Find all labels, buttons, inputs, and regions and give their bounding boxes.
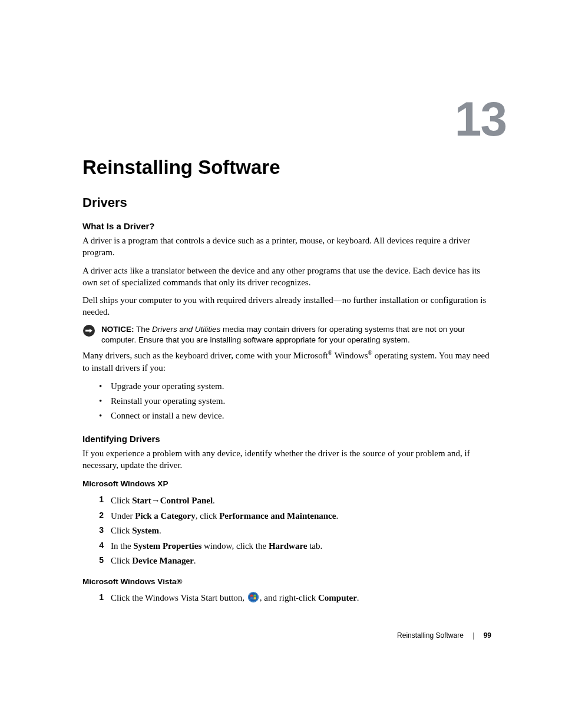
svg-rect-1 bbox=[85, 330, 90, 331]
vista-start-button-icon bbox=[248, 592, 259, 602]
footer-separator: | bbox=[472, 631, 474, 640]
heading-windows-xp: Microsoft Windows XP bbox=[82, 479, 491, 488]
paragraph: Dell ships your computer to you with req… bbox=[82, 294, 491, 318]
document-page: 13 Reinstalling Software Drivers What Is… bbox=[0, 0, 562, 728]
notice-label: NOTICE: bbox=[101, 325, 134, 334]
paragraph: Many drivers, such as the keyboard drive… bbox=[82, 350, 491, 374]
step-item: Click Device Manager. bbox=[82, 554, 491, 569]
step-item: Click Start→Control Panel. bbox=[82, 493, 491, 509]
list-item: Upgrade your operating system. bbox=[82, 380, 491, 393]
steps-vista: Click the Windows Vista Start button, , … bbox=[82, 591, 491, 606]
step-item: Click System. bbox=[82, 523, 491, 539]
step-item: Under Pick a Category, click Performance… bbox=[82, 509, 491, 524]
bullet-list: Upgrade your operating system. Reinstall… bbox=[82, 380, 491, 423]
paragraph: A driver is a program that controls a de… bbox=[82, 235, 491, 259]
notice-text: NOTICE: The Drivers and Utilities media … bbox=[101, 324, 491, 347]
page-footer: Reinstalling Software | 99 bbox=[397, 631, 491, 640]
page-number: 99 bbox=[484, 631, 491, 640]
paragraph: If you experience a problem with any dev… bbox=[82, 447, 491, 472]
section-title-drivers: Drivers bbox=[82, 195, 491, 210]
heading-what-is-a-driver: What Is a Driver? bbox=[82, 221, 491, 231]
svg-point-2 bbox=[248, 592, 259, 602]
steps-xp: Click Start→Control Panel. Under Pick a … bbox=[82, 493, 491, 569]
notice-block: NOTICE: The Drivers and Utilities media … bbox=[82, 324, 491, 347]
list-item: Reinstall your operating system. bbox=[82, 394, 491, 408]
footer-section: Reinstalling Software bbox=[397, 631, 464, 640]
paragraph: A driver acts like a translator between … bbox=[82, 265, 491, 289]
heading-identifying-drivers: Identifying Drivers bbox=[82, 434, 491, 444]
notice-arrow-icon bbox=[82, 324, 95, 337]
step-item: Click the Windows Vista Start button, , … bbox=[82, 591, 491, 606]
list-item: Connect or install a new device. bbox=[82, 409, 491, 423]
heading-windows-vista: Microsoft Windows Vista® bbox=[82, 577, 491, 586]
registered-mark: ® bbox=[368, 350, 372, 356]
chapter-number: 13 bbox=[455, 91, 506, 147]
chapter-title: Reinstalling Software bbox=[82, 156, 491, 179]
step-item: In the System Properties window, click t… bbox=[82, 539, 491, 554]
